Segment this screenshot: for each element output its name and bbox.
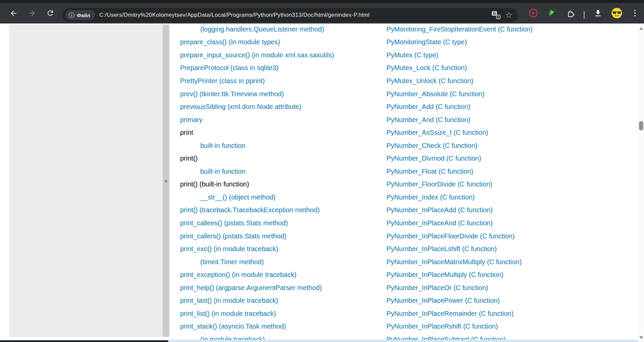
forward-button[interactable] xyxy=(26,7,38,19)
index-entry-right-17: PyNumber_InPlaceLshift (C function) xyxy=(386,242,628,255)
index-entry-left-14: print() (traceback.TracebackException me… xyxy=(180,204,375,217)
index-link[interactable]: PyNumber_InPlaceOr (C function) xyxy=(386,284,488,292)
index-link[interactable]: PyNumber_Divmod (C function) xyxy=(386,155,481,162)
index-link[interactable]: print_stack() (asyncio.Task method) xyxy=(180,323,286,330)
index-link[interactable]: PrettyPrinter (class in pprint) xyxy=(180,77,265,85)
index-link[interactable]: PyMutex (C type) xyxy=(386,51,438,59)
index-entry-left-11: built-in function xyxy=(180,165,375,178)
scroll-up-arrow[interactable] xyxy=(638,25,644,31)
triangle-down-icon xyxy=(639,336,643,339)
index-entry-right-13: PyNumber_Index (C function) xyxy=(386,191,628,204)
url-text[interactable]: C:/Users/Dmitry%20Kolomeytsev/AppData/Lo… xyxy=(99,12,491,18)
index-link[interactable]: PyNumber_InPlacePower (C function) xyxy=(386,297,500,304)
index-link[interactable]: PyMutex_Unlock (C function) xyxy=(386,77,473,85)
index-link[interactable]: PyNumber_InPlaceMultiply (C function) xyxy=(386,271,503,279)
index-link[interactable]: PyNumber_InPlaceRshift (C function) xyxy=(386,323,498,330)
index-link[interactable]: (timeit.Timer method) xyxy=(200,258,264,266)
index-link[interactable]: PyNumber_InPlaceRemainder (C function) xyxy=(386,310,514,318)
index-entry-right-23: PyNumber_InPlaceRshift (C function) xyxy=(386,320,628,333)
index-entry-right-14: PyNumber_InPlaceAdd (C function) xyxy=(386,204,628,217)
index-entry-right-12: PyNumber_FloorDivide (C function) xyxy=(386,178,628,191)
translate-button[interactable]: G 文 xyxy=(491,10,501,20)
index-entry-left-3: PrepareProtocol (class in sqlite3) xyxy=(180,62,375,75)
site-info-chip[interactable]: ⓘ Файл xyxy=(65,10,95,20)
index-entry-left-2: prepare_input_source() (in module xml.sa… xyxy=(180,49,375,62)
scroll-down-arrow[interactable] xyxy=(638,335,644,340)
three-dot-menu-icon xyxy=(634,10,636,16)
index-link[interactable]: primary xyxy=(180,116,203,124)
index-link[interactable]: prepare_class() (in module types) xyxy=(180,38,280,46)
index-entry-right-2: PyMutex (C type) xyxy=(386,49,628,62)
browser-menu-button[interactable] xyxy=(629,7,641,19)
index-link[interactable]: prepare_input_source() (in module xml.sa… xyxy=(180,51,334,59)
index-link[interactable]: __str__() (object method) xyxy=(200,193,276,201)
toolbar-separator xyxy=(584,11,585,19)
index-link[interactable]: print_exc() (in module traceback) xyxy=(180,245,278,253)
index-link[interactable]: PyNumber_Check (C function) xyxy=(386,142,477,150)
index-link[interactable]: PyNumber_InPlaceAnd (C function) xyxy=(386,219,493,227)
index-link[interactable]: PyNumber_InPlaceLshift (C function) xyxy=(386,245,497,253)
index-link[interactable]: print_callees() (pstats.Stats method) xyxy=(180,219,288,227)
red-play-circle-icon xyxy=(529,8,538,18)
index-entry-left-12: print() (built-in function) xyxy=(180,178,375,191)
address-bar[interactable]: ⓘ Файл C:/Users/Dmitry%20Kolomeytsev/App… xyxy=(62,8,518,22)
index-entry-left-7: primary xyxy=(180,113,375,126)
bookmark-button[interactable]: ☆ xyxy=(504,10,514,20)
scrollbar-thumb[interactable] xyxy=(639,121,643,130)
index-entry-right-8: PyNumber_AsSsize_t (C function) xyxy=(386,126,628,139)
index-entry-right-3: PyMutex_Lock (C function) xyxy=(386,62,628,75)
index-link[interactable]: print_exception() (in module traceback) xyxy=(180,271,297,279)
index-link[interactable]: PyNumber_Add (C function) xyxy=(386,103,470,111)
star-icon: ☆ xyxy=(505,11,513,19)
index-link[interactable]: PyNumber_And (C function) xyxy=(386,116,470,124)
index-link[interactable]: PyNumber_InPlaceAdd (C function) xyxy=(386,206,493,214)
index-link[interactable]: prev() (tkinter.ttk.Treeview method) xyxy=(180,90,284,98)
index-link[interactable]: print() (traceback.TracebackException me… xyxy=(180,206,320,214)
index-entry-right-5: PyNumber_Absolute (C function) xyxy=(386,88,628,101)
index-link[interactable]: previousSibling (xml.dom.Node attribute) xyxy=(180,103,301,111)
index-entry-left-17: print_exc() (in module traceback) xyxy=(180,242,375,255)
index-entry-right-21: PyNumber_InPlacePower (C function) xyxy=(386,294,628,307)
index-entry-right-1: PyMonitoringState (C type) xyxy=(386,36,628,49)
scrollbar[interactable] xyxy=(638,24,644,342)
back-button[interactable] xyxy=(7,7,19,19)
index-link[interactable]: PyMonitoring_FireStopIterationEvent (C f… xyxy=(386,25,533,33)
index-entry-right-4: PyMutex_Unlock (C function) xyxy=(386,74,628,88)
index-link[interactable]: print_callers() (pstats.Stats method) xyxy=(180,232,286,240)
index-entry-left-8: print xyxy=(180,126,375,139)
reload-button[interactable] xyxy=(44,7,56,19)
index-link[interactable]: PyNumber_InPlaceMatrixMultiply (C functi… xyxy=(386,258,522,266)
extensions-menu-button[interactable] xyxy=(565,7,576,19)
index-entry-right-9: PyNumber_Check (C function) xyxy=(386,139,628,152)
collapse-chevron-icon: « xyxy=(164,177,168,184)
info-icon: ⓘ xyxy=(69,12,74,18)
extension-green-play-button[interactable] xyxy=(546,7,557,19)
sidebar-collapse-button[interactable]: « xyxy=(163,24,169,337)
index-entry-right-18: PyNumber_InPlaceMatrixMultiply (C functi… xyxy=(386,255,628,269)
index-link[interactable]: PyNumber_Index (C function) xyxy=(386,193,475,201)
index-link[interactable]: PrepareProtocol (class in sqlite3) xyxy=(180,64,278,72)
index-entry-left-18: (timeit.Timer method) xyxy=(180,255,375,269)
index-link[interactable]: PyNumber_Float (C function) xyxy=(386,168,473,175)
extension-red-play-button[interactable] xyxy=(528,7,539,19)
back-arrow-icon xyxy=(9,9,18,17)
index-link[interactable]: PyNumber_InPlaceFloorDivide (C function) xyxy=(386,232,515,240)
translate-x-glyph: 文 xyxy=(496,15,500,19)
index-link[interactable]: PyNumber_FloorDivide (C function) xyxy=(386,180,492,188)
index-link[interactable]: built-in function xyxy=(200,168,246,175)
index-entry-left-9: built-in function xyxy=(180,139,375,152)
index-link[interactable]: (logging.handlers.QueueListener method) xyxy=(200,25,324,33)
index-link[interactable]: built-in function xyxy=(200,142,246,150)
index-link[interactable]: PyNumber_AsSsize_t (C function) xyxy=(386,129,488,136)
index-link[interactable]: PyMutex_Lock (C function) xyxy=(386,64,467,72)
index-entry-left-6: previousSibling (xml.dom.Node attribute) xyxy=(180,100,375,113)
downloads-button[interactable] xyxy=(592,7,604,19)
index-link[interactable]: PyMonitoringState (C type) xyxy=(386,38,467,46)
index-entry-right-7: PyNumber_And (C function) xyxy=(386,113,628,126)
index-link[interactable]: print_list() (in module traceback) xyxy=(180,310,276,318)
index-link[interactable]: print_last() (in module traceback) xyxy=(180,297,278,304)
browser-window: ⓘ Файл C:/Users/Dmitry%20Kolomeytsev/App… xyxy=(0,0,644,342)
profile-avatar[interactable] xyxy=(611,7,623,19)
index-link[interactable]: print_help() (argparse.ArgumentParser me… xyxy=(180,284,322,292)
index-link[interactable]: PyNumber_Absolute (C function) xyxy=(386,90,484,98)
